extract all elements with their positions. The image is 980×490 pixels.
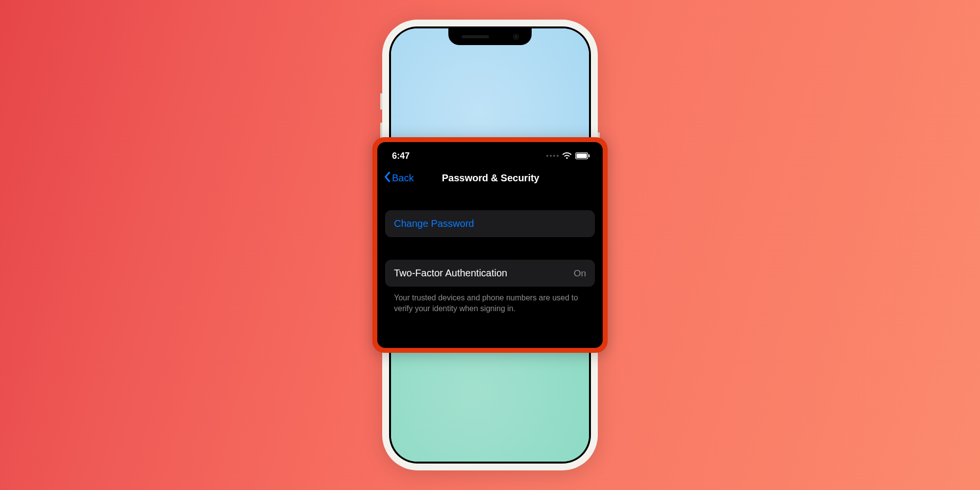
change-password-label: Change Password	[394, 218, 474, 229]
two-factor-value: On	[574, 268, 586, 279]
two-factor-footer: Your trusted devices and phone numbers a…	[385, 293, 595, 314]
battery-icon	[575, 152, 590, 159]
settings-screen: 6:47 Back Password & Security	[377, 142, 603, 348]
svg-rect-2	[588, 154, 589, 157]
screenshot-overlay: 6:47 Back Password & Security	[372, 137, 608, 353]
status-time: 6:47	[392, 151, 410, 161]
wifi-icon	[562, 152, 572, 159]
status-bar: 6:47	[377, 147, 603, 162]
two-factor-row[interactable]: Two-Factor Authentication On	[385, 260, 595, 287]
cellular-dots-icon	[546, 155, 559, 157]
page-title: Password & Security	[384, 172, 597, 184]
iphone-notch	[448, 28, 532, 45]
svg-rect-1	[576, 153, 587, 158]
two-factor-label: Two-Factor Authentication	[394, 268, 507, 279]
nav-bar: Back Password & Security	[377, 162, 603, 189]
change-password-row[interactable]: Change Password	[385, 210, 595, 237]
